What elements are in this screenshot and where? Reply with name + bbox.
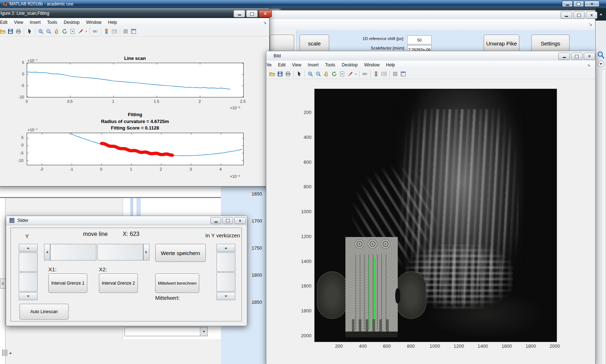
save-values-button[interactable]: Werte speichern [155,244,206,262]
menu-desktop[interactable]: Desktop [339,61,361,69]
scrollbar-thumb[interactable] [19,272,38,291]
save-icon[interactable] [6,28,14,35]
menu-edit[interactable]: Edit [275,61,289,69]
gui-titlebar[interactable] [266,10,595,19]
save-icon[interactable] [276,70,284,78]
y-scrollbar-right[interactable] [217,244,235,300]
minimize-icon[interactable] [561,12,572,19]
colorbar-icon[interactable] [103,28,110,35]
close-icon[interactable]: × [586,12,597,19]
window-grip[interactable] [2,348,13,357]
menu-view[interactable]: View [289,61,305,69]
minimize-icon[interactable] [558,53,570,60]
caret-icon[interactable] [354,70,358,78]
link-icon[interactable] [91,28,99,35]
unwrap-pike-button[interactable]: Unwrap Pike [484,35,519,52]
dock-arrow-icon[interactable]: ↘ [589,22,592,27]
scrollbar-thumb[interactable] [217,272,235,291]
restore-icon[interactable] [222,217,233,224]
close-icon[interactable]: × [584,1,600,7]
menu-file[interactable]: File [266,61,275,69]
docked-panel-tab[interactable]: D [0,279,6,289]
bild-titlebar[interactable]: Bild [266,51,595,61]
menu-insert[interactable]: Insert [305,61,322,69]
bild-image-axes[interactable] [314,89,557,342]
menu-tools[interactable]: Tools [44,18,61,26]
interval-limit2-button[interactable]: Interval Grenze 2 [99,273,138,293]
zoom-in-icon[interactable] [306,70,314,78]
restore-icon[interactable] [573,12,585,19]
menu-edit[interactable]: Edit [0,18,11,26]
vertical-scrollbar[interactable] [602,69,606,364]
calc-mean-button[interactable]: Mittelwert berechnen [155,273,199,293]
menu-help[interactable]: Help [383,61,398,69]
scroll-down-icon[interactable] [217,292,235,300]
menu-help[interactable]: Help [105,18,120,26]
slider-thumb[interactable] [97,244,144,260]
linescan-axes[interactable] [27,63,244,97]
data-cursor-icon[interactable] [338,70,346,78]
close-icon[interactable]: × [259,10,272,17]
menu-insert[interactable]: Insert [26,18,44,26]
y-scrollbar-left[interactable] [19,244,38,300]
open-icon[interactable] [268,70,276,78]
interval-limit1-button[interactable]: Interval Grenze 1 [48,273,87,293]
data-cursor-icon[interactable] [69,28,77,35]
docked-icon[interactable] [399,70,407,78]
scroll-down-icon[interactable] [19,292,38,300]
zoom-out-icon[interactable] [314,70,322,78]
brush-icon[interactable] [77,28,84,35]
grip-up-icon[interactable] [9,352,12,354]
menu-view[interactable]: View [11,18,27,26]
restore-icon[interactable] [573,1,584,7]
minimize-icon[interactable] [234,10,245,17]
menu-tools[interactable]: Tools [322,61,339,69]
brush-icon[interactable] [346,70,354,78]
figure2-titlebar[interactable]: Figure 2: Line_scan,Fitting [0,8,269,18]
scroll-right-icon[interactable] [143,244,149,260]
search-icon[interactable] [597,51,605,60]
pan-icon[interactable] [322,70,330,78]
caret-icon[interactable] [84,28,88,35]
plain-icon[interactable] [122,28,130,35]
minimize-icon[interactable] [562,1,573,7]
restore-icon[interactable] [571,53,583,60]
pointer-icon[interactable] [295,70,303,78]
open-icon[interactable] [0,28,6,35]
scroll-down-icon[interactable] [597,60,605,67]
chevron-down-icon[interactable] [200,327,207,336]
restore-icon[interactable] [246,10,258,17]
print-icon[interactable] [14,28,22,35]
pan-icon[interactable] [53,28,61,35]
pointer-icon[interactable] [26,28,34,35]
rotate-icon[interactable] [61,28,69,35]
settings-button[interactable]: Settings [531,35,570,52]
zoom-in-icon[interactable] [37,28,45,35]
fitting-axes[interactable] [27,133,244,165]
slider-thumb[interactable] [50,244,96,260]
colorbar-icon[interactable] [372,70,380,78]
scroll-up-icon[interactable] [19,244,38,252]
docked-icon[interactable] [130,28,138,35]
scroll-left-icon[interactable] [44,244,50,260]
menu-window[interactable]: Window [83,18,105,26]
move-line-slider[interactable] [44,244,149,260]
close-icon[interactable]: × [584,53,595,60]
dock-arrow-icon[interactable]: ↘ [587,63,590,67]
link-icon[interactable] [361,70,369,78]
scrollbar-thumb[interactable] [217,253,235,272]
auto-linescan-button[interactable]: Auto Linescan [19,304,69,320]
background-dropdown[interactable] [125,327,208,336]
close-icon[interactable]: × [234,217,246,224]
print-icon[interactable] [284,70,292,78]
menu-desktop[interactable]: Desktop [61,18,83,26]
ref-shift-input[interactable]: 50 [407,35,432,44]
legend-icon[interactable] [110,28,118,35]
legend-icon[interactable] [380,70,388,78]
minimize-icon[interactable] [210,217,221,224]
dock-arrow-icon[interactable]: ↘ [263,20,266,25]
scrollbar-thumb[interactable] [19,253,38,272]
plain-icon[interactable] [391,70,399,78]
hidden-button[interactable] [270,35,294,52]
rotate-icon[interactable] [330,70,338,78]
